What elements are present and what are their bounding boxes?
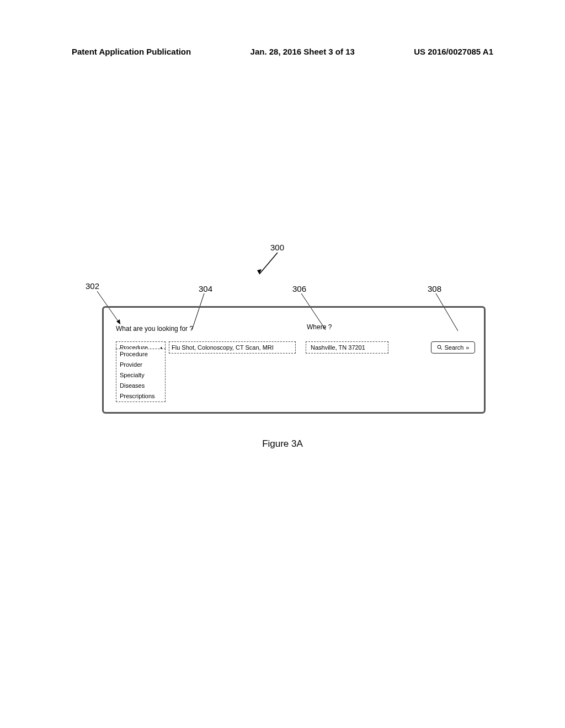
search-panel: What are you looking for ? Where ? Proce… (102, 306, 486, 414)
publication-label: Patent Application Publication (72, 47, 191, 56)
svg-line-0 (259, 253, 278, 274)
controls-line: Procedure ▴ Flu Shot, Colonoscopy, CT Sc… (116, 341, 475, 354)
location-text: Nashville, TN 37201 (311, 344, 365, 351)
ref-304: 304 (199, 284, 212, 293)
dropdown-option-specialty[interactable]: Specialty (116, 370, 165, 381)
label-what: What are you looking for ? (116, 325, 193, 333)
figure-caption: Figure 3A (0, 438, 565, 449)
ref-308: 308 (428, 284, 441, 293)
ref-300: 300 (270, 243, 284, 252)
dropdown-option-provider[interactable]: Provider (116, 360, 165, 370)
location-input[interactable]: Nashville, TN 37201 (306, 341, 388, 354)
page-header: Patent Application Publication Jan. 28, … (0, 47, 565, 56)
category-dropdown-list: Procedure Provider Specialty Diseases Pr… (116, 349, 166, 402)
publication-number: US 2016/0027085 A1 (414, 47, 493, 56)
search-icon (437, 345, 443, 350)
chevron-right-icon: » (466, 344, 469, 351)
label-where: Where ? (307, 323, 332, 331)
svg-marker-1 (257, 269, 262, 274)
dropdown-option-prescriptions[interactable]: Prescriptions (116, 391, 165, 402)
svg-line-8 (440, 348, 442, 350)
dropdown-option-diseases[interactable]: Diseases (116, 381, 165, 391)
search-row: What are you looking for ? Where ? Proce… (116, 323, 475, 354)
svg-point-7 (438, 345, 441, 349)
ref-306: 306 (292, 284, 306, 293)
procedure-input[interactable]: Flu Shot, Colonoscopy, CT Scan, MRI (169, 341, 296, 354)
search-button-label: Search (445, 344, 464, 351)
sheet-info: Jan. 28, 2016 Sheet 3 of 13 (250, 47, 355, 56)
ref-302: 302 (86, 281, 99, 291)
dropdown-option-procedure[interactable]: Procedure (116, 349, 165, 360)
search-button[interactable]: Search » (431, 341, 475, 354)
procedure-placeholder-text: Flu Shot, Colonoscopy, CT Scan, MRI (172, 344, 274, 351)
